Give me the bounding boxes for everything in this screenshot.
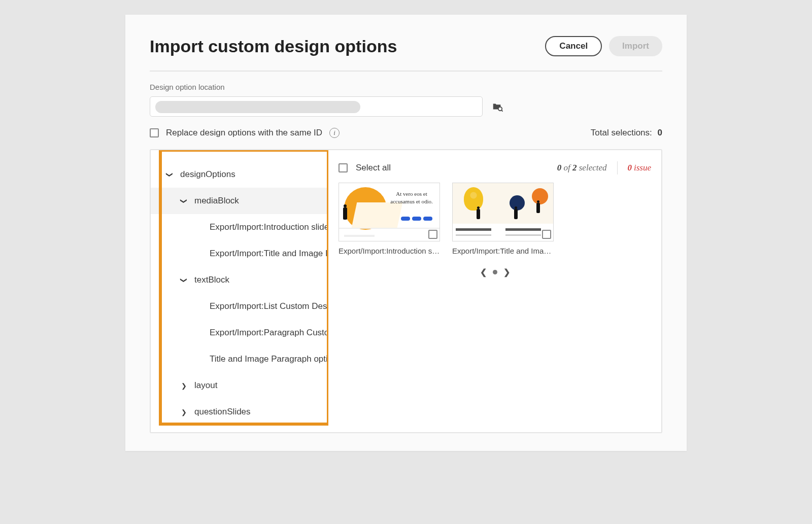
page-next-icon[interactable]: ❯ — [503, 267, 510, 277]
page-dot[interactable] — [493, 270, 497, 274]
replace-checkbox-row: Replace design options with the same ID … — [150, 128, 340, 138]
tree-leaf[interactable]: Export/Import:List Custom Design option — [151, 293, 328, 320]
content-column: Select all 0 of 2 selected 0issue — [328, 150, 661, 432]
total-selections: Total selections: 0 — [591, 128, 662, 138]
chevron-right-icon[interactable] — [180, 382, 187, 390]
content-header: Select all 0 of 2 selected 0issue — [339, 161, 651, 174]
info-icon[interactable]: i — [329, 128, 340, 138]
thumbnail-preview — [452, 183, 554, 241]
thumbnail-grid: At vero eos et accusamus et odio. Export… — [339, 182, 651, 255]
chevron-down-icon[interactable] — [180, 276, 187, 284]
thumbnail-preview: At vero eos et accusamus et odio. — [339, 183, 440, 241]
tree-node-mediablock[interactable]: mediaBlock — [151, 188, 328, 214]
select-all-label: Select all — [356, 163, 391, 173]
thumbnail-checkbox[interactable] — [542, 230, 551, 239]
pagination: ❮ ❯ — [339, 267, 651, 277]
selection-status: 0 of 2 selected 0issue — [557, 161, 651, 174]
tree-leaf[interactable]: Export/Import:Paragraph Custom Design op… — [151, 320, 328, 346]
location-value-redacted — [155, 101, 360, 113]
chevron-right-icon[interactable] — [180, 408, 187, 416]
options-row: Replace design options with the same ID … — [150, 128, 662, 138]
thumbnail-item[interactable]: At vero eos et accusamus et odio. Export… — [339, 183, 440, 255]
location-label: Design option location — [150, 83, 662, 91]
replace-label: Replace design options with the same ID — [166, 128, 322, 138]
thumbnail-label: Export/Import:Introduction slid... — [339, 247, 440, 255]
thumbnail-checkbox[interactable] — [428, 230, 437, 239]
header-divider — [150, 71, 662, 72]
dialog-title: Import custom design options — [150, 37, 397, 56]
selection-panel: designOptions mediaBlock Export/Import:I… — [150, 149, 662, 433]
chevron-down-icon[interactable] — [180, 197, 187, 205]
dialog-header: Import custom design options Cancel Impo… — [150, 36, 662, 56]
tree-node-layout[interactable]: layout — [151, 372, 328, 399]
status-divider — [617, 161, 618, 174]
browse-folder-icon[interactable] — [492, 101, 503, 112]
tree-node-designoptions[interactable]: designOptions — [151, 161, 328, 188]
select-all-checkbox[interactable] — [339, 163, 348, 172]
thumbnail-item[interactable]: Export/Import:Title and Image I... — [452, 183, 554, 255]
tree-node-questionslides[interactable]: questionSlides — [151, 399, 328, 425]
tree-node-textblock[interactable]: textBlock — [151, 267, 328, 293]
import-dialog: Import custom design options Cancel Impo… — [125, 15, 687, 451]
dialog-actions: Cancel Import — [545, 36, 662, 56]
svg-line-1 — [501, 110, 502, 111]
location-row — [150, 96, 662, 117]
tree-column: designOptions mediaBlock Export/Import:I… — [151, 150, 328, 432]
tree-leaf[interactable]: Title and Image Paragraph option 1 — [151, 346, 328, 372]
location-input[interactable] — [150, 96, 483, 117]
cancel-button[interactable]: Cancel — [545, 36, 602, 56]
select-all-row: Select all — [339, 163, 391, 173]
tree-leaf[interactable]: Export/Import:Introduction slide single … — [151, 214, 328, 240]
tree-leaf[interactable]: Export/Import:Title and Image Image opti… — [151, 240, 328, 267]
svg-point-0 — [498, 107, 502, 111]
page-prev-icon[interactable]: ❮ — [480, 267, 487, 277]
issue-count: 0issue — [628, 163, 652, 173]
thumbnail-label: Export/Import:Title and Image I... — [452, 247, 554, 255]
replace-checkbox[interactable] — [150, 128, 159, 137]
chevron-down-icon[interactable] — [166, 171, 173, 179]
import-button: Import — [609, 36, 662, 56]
